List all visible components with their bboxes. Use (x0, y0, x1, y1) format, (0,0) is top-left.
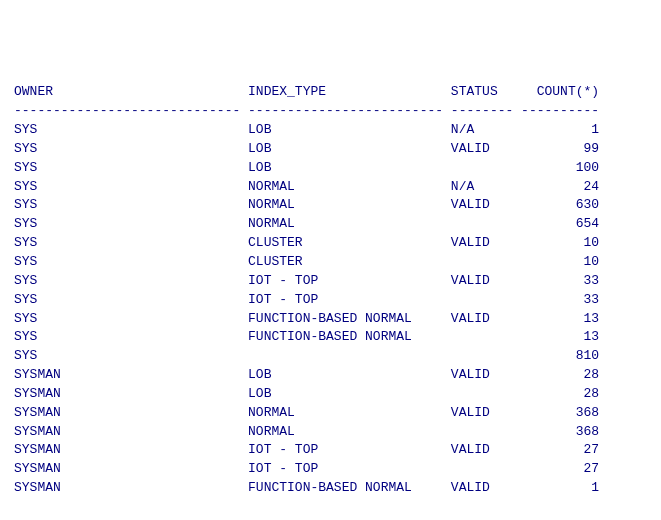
query-output: OWNER INDEX_TYPE STATUS COUNT(*) -------… (14, 83, 647, 520)
